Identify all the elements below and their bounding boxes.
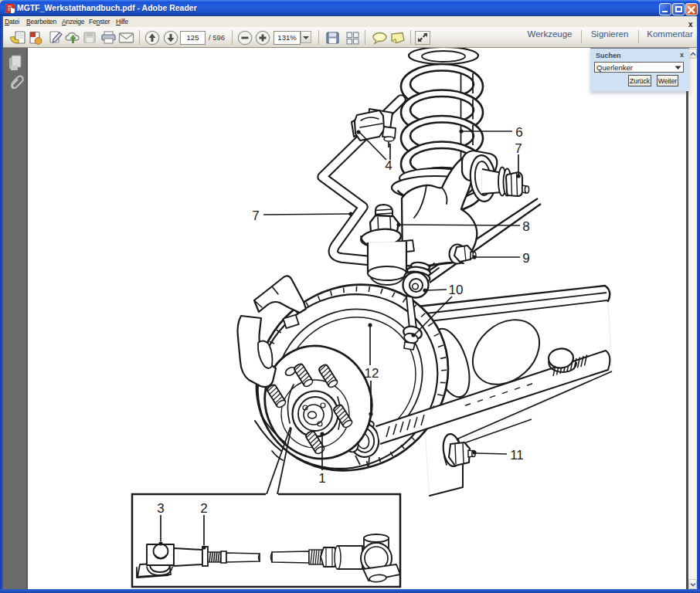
svg-text:10: 10 bbox=[449, 283, 464, 297]
svg-text:2: 2 bbox=[200, 501, 207, 516]
svg-text:7: 7 bbox=[515, 141, 522, 156]
svg-text:4: 4 bbox=[385, 158, 392, 173]
svg-text:3: 3 bbox=[157, 501, 164, 516]
svg-text:1: 1 bbox=[318, 471, 325, 486]
svg-text:6: 6 bbox=[515, 125, 522, 140]
svg-text:12: 12 bbox=[365, 366, 379, 381]
svg-text:9: 9 bbox=[522, 251, 529, 266]
svg-text:11: 11 bbox=[510, 448, 524, 463]
svg-text:7: 7 bbox=[252, 208, 259, 223]
svg-text:8: 8 bbox=[522, 219, 529, 234]
